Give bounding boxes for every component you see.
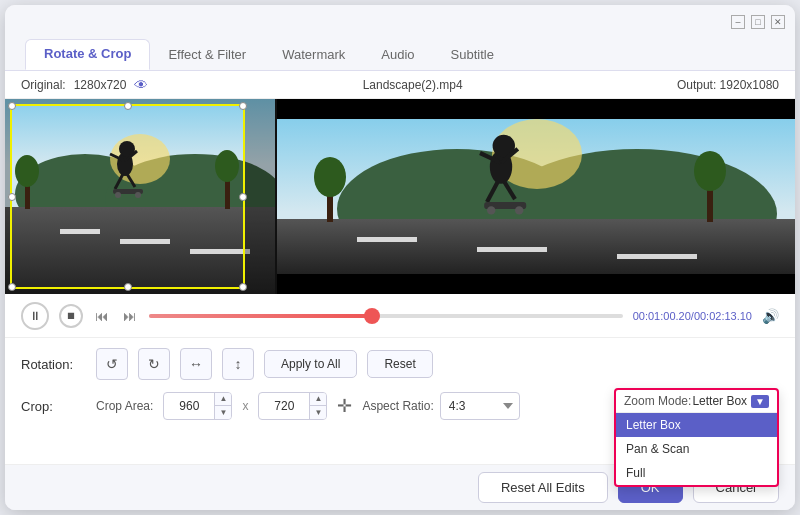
preview-left (5, 99, 275, 294)
tab-effect-filter[interactable]: Effect & Filter (150, 41, 264, 70)
zoom-option-full[interactable]: Full (616, 461, 777, 485)
controls-area: Rotation: ↺ ↻ ↔ ↕ Apply to All Reset Cro… (5, 338, 795, 464)
eye-icon[interactable]: 👁 (134, 77, 148, 93)
crop-width-wrap: ▲ ▼ (163, 392, 232, 420)
prev-frame-button[interactable]: ⏮ (93, 308, 111, 324)
zoom-mode-selected: Letter Box (692, 394, 747, 408)
time-display: 00:01:00.20/00:02:13.10 (633, 310, 752, 322)
svg-rect-44 (277, 99, 795, 119)
svg-rect-45 (277, 274, 795, 294)
volume-icon[interactable]: 🔊 (762, 308, 779, 324)
svg-rect-8 (190, 249, 250, 254)
crop-width-down[interactable]: ▼ (215, 406, 231, 420)
crop-height-down[interactable]: ▼ (310, 406, 326, 420)
reset-all-edits-button[interactable]: Reset All Edits (478, 472, 608, 503)
original-value: 1280x720 (74, 78, 127, 92)
crop-reset-icon[interactable]: ✛ (337, 395, 352, 417)
playback-bar: ⏸ ⏹ ⏮ ⏭ 00:01:00.20/00:02:13.10 🔊 (5, 294, 795, 338)
rotation-row: Rotation: ↺ ↻ ↔ ↕ Apply to All Reset (21, 348, 779, 380)
zoom-option-letterbox[interactable]: Letter Box (616, 413, 777, 437)
rotation-label: Rotation: (21, 357, 86, 372)
svg-point-38 (487, 206, 495, 214)
tab-watermark[interactable]: Watermark (264, 41, 363, 70)
crop-width-input[interactable] (164, 399, 214, 413)
zoom-mode-label: Zoom Mode: (624, 394, 691, 408)
next-frame-button[interactable]: ⏭ (121, 308, 139, 324)
left-preview-svg (5, 99, 275, 294)
stop-button[interactable]: ⏹ (59, 304, 83, 328)
svg-rect-28 (357, 237, 417, 242)
crop-separator: x (242, 399, 248, 413)
crop-row: Crop: Crop Area: ▲ ▼ x ▲ ▼ ✛ (21, 392, 779, 420)
progress-thumb[interactable] (364, 308, 380, 324)
rotate-counterclockwise-button[interactable]: ↺ (96, 348, 128, 380)
maximize-button[interactable]: □ (751, 15, 765, 29)
filename: Landscape(2).mp4 (363, 78, 463, 92)
tab-audio[interactable]: Audio (363, 41, 432, 70)
output-label: Output: (677, 78, 716, 92)
crop-height-input[interactable] (259, 399, 309, 413)
aspect-ratio-select[interactable]: 4:3 16:9 1:1 Free (440, 392, 520, 420)
svg-point-39 (515, 206, 523, 214)
crop-height-wrap: ▲ ▼ (258, 392, 327, 420)
crop-height-up[interactable]: ▲ (310, 392, 326, 406)
progress-bar[interactable] (149, 314, 623, 318)
output-value: 1920x1080 (720, 78, 779, 92)
right-preview-svg (277, 99, 795, 294)
zoom-mode-dropdown: Zoom Mode: Letter Box ▼ Letter Box Pan &… (614, 388, 779, 487)
svg-point-19 (15, 155, 39, 187)
info-left: Original: 1280x720 👁 (21, 77, 148, 93)
zoom-mode-header: Zoom Mode: Letter Box ▼ (616, 390, 777, 413)
aspect-ratio-label: Aspect Ratio: (362, 399, 433, 413)
zoom-mode-value[interactable]: Letter Box ▼ (692, 394, 769, 408)
preview-right (277, 99, 795, 294)
crop-area-label: Crop Area: (96, 399, 153, 413)
svg-rect-29 (477, 247, 547, 252)
time-current: 00:01:00.20 (633, 310, 691, 322)
flip-horizontal-button[interactable]: ↔ (180, 348, 212, 380)
svg-rect-7 (120, 239, 170, 244)
zoom-dropdown-arrow-icon[interactable]: ▼ (751, 395, 769, 408)
info-bar: Original: 1280x720 👁 Landscape(2).mp4 Ou… (5, 71, 795, 99)
minimize-button[interactable]: – (731, 15, 745, 29)
crop-label: Crop: (21, 399, 86, 414)
zoom-option-panscan[interactable]: Pan & Scan (616, 437, 777, 461)
svg-point-41 (314, 157, 346, 197)
svg-rect-30 (617, 254, 697, 259)
tab-subtitle[interactable]: Subtitle (433, 41, 512, 70)
title-bar-controls: – □ ✕ (731, 15, 785, 29)
flip-vertical-button[interactable]: ↕ (222, 348, 254, 380)
time-total: 00:02:13.10 (694, 310, 752, 322)
svg-point-16 (115, 192, 121, 198)
tab-rotate-crop[interactable]: Rotate & Crop (25, 39, 150, 70)
svg-point-17 (135, 192, 141, 198)
svg-point-21 (215, 150, 239, 182)
apply-all-button[interactable]: Apply to All (264, 350, 357, 378)
close-button[interactable]: ✕ (771, 15, 785, 29)
rotate-clockwise-button[interactable]: ↻ (138, 348, 170, 380)
preview-area (5, 99, 795, 294)
svg-rect-6 (60, 229, 100, 234)
tabs-bar: Rotate & Crop Effect & Filter Watermark … (5, 33, 795, 71)
svg-rect-27 (277, 219, 795, 274)
crop-width-up[interactable]: ▲ (215, 392, 231, 406)
svg-point-43 (694, 151, 726, 191)
original-label: Original: (21, 78, 66, 92)
aspect-ratio-wrap: Aspect Ratio: 4:3 16:9 1:1 Free (362, 392, 519, 420)
main-window: – □ ✕ Rotate & Crop Effect & Filter Wate… (5, 5, 795, 510)
crop-width-spinners: ▲ ▼ (214, 392, 231, 420)
pause-button[interactable]: ⏸ (21, 302, 49, 330)
crop-height-spinners: ▲ ▼ (309, 392, 326, 420)
title-bar: – □ ✕ (5, 5, 795, 33)
reset-button[interactable]: Reset (367, 350, 432, 378)
output-info: Output: 1920x1080 (677, 78, 779, 92)
progress-fill (149, 314, 372, 318)
